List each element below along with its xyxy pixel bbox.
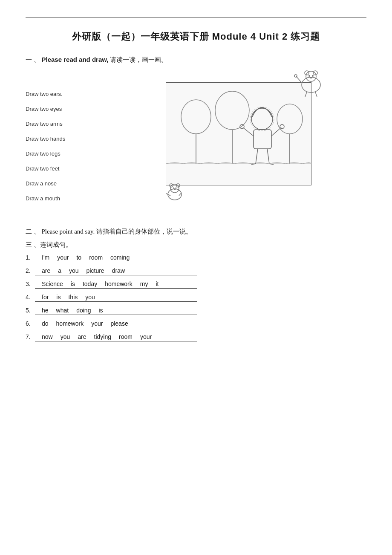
sentence-word: you <box>61 333 70 340</box>
answer-line <box>35 341 197 341</box>
draw-image-area <box>102 70 366 215</box>
sentence-row: 7.nowyouaretidyingroomyour <box>26 332 366 340</box>
svg-line-38 <box>166 194 170 196</box>
sentence-word: do <box>42 320 49 327</box>
sentence-item: 5.hewhatdoingis <box>26 305 366 315</box>
sentence-number: 1. <box>26 254 34 261</box>
svg-point-22 <box>305 71 309 75</box>
sentence-row: 2.areayoupicturedraw <box>26 266 366 274</box>
answer-line <box>35 328 197 328</box>
sentence-item: 7.nowyouaretidyingroomyour <box>26 332 366 341</box>
svg-point-25 <box>312 75 314 77</box>
sentence-word: tidying <box>94 333 111 340</box>
draw-instruction-item: Draw two hands <box>26 134 94 145</box>
section2-number: 二 <box>26 228 32 235</box>
section2-heading-cn: 请指着自己的身体部位，说一说。 <box>96 228 192 235</box>
scene-illustration <box>102 70 366 215</box>
sentence-word: my <box>140 280 148 287</box>
sentence-item: 3.Scienceistodayhomeworkmyit <box>26 279 366 289</box>
draw-instruction-item: Draw two feet <box>26 164 94 174</box>
sentence-word: now <box>42 333 53 340</box>
sentence-word: is <box>71 280 75 287</box>
draw-instructions: Draw two ears.Draw two eyesDraw two arms… <box>26 70 94 215</box>
svg-point-28 <box>294 75 297 77</box>
draw-instruction-item: Draw two legs <box>26 149 94 159</box>
sentence-number: 6. <box>26 320 34 327</box>
sentence-word: room <box>119 333 133 340</box>
section1-label: 、 <box>34 56 40 63</box>
section1-number: 一 <box>26 56 32 63</box>
section3-heading: 三 、连词成句。 <box>26 241 366 249</box>
section2-heading-en: Please point and say. <box>42 228 95 235</box>
draw-instruction-item: Draw two arms <box>26 119 94 130</box>
sentence-word: are <box>78 333 86 340</box>
svg-point-35 <box>173 188 174 189</box>
answer-line <box>35 315 197 315</box>
draw-instruction-item: Draw a mouth <box>26 194 94 204</box>
section1-heading-en: Please read and draw, <box>42 56 109 63</box>
draw-section: Draw two ears.Draw two eyesDraw two arms… <box>26 70 366 215</box>
sentence-word: your <box>57 254 69 261</box>
sentence-number: 4. <box>26 294 34 301</box>
sentence-list: 1.I'myourtoroomcoming2.areayoupicturedra… <box>26 252 366 341</box>
sentence-word: homework <box>56 320 84 327</box>
svg-point-36 <box>176 188 177 189</box>
sentence-word: please <box>110 320 128 327</box>
svg-point-23 <box>313 71 317 75</box>
section2-label: 、 <box>34 228 40 235</box>
sentence-word: homework <box>105 280 133 287</box>
sentence-row: 5.hewhatdoingis <box>26 305 366 314</box>
section2-heading: 二 、 Please point and say. 请指着自己的身体部位，说一说… <box>26 228 366 236</box>
svg-point-21 <box>306 71 316 81</box>
sentence-word: is <box>98 307 103 314</box>
sentence-item: 2.areayoupicturedraw <box>26 266 366 275</box>
draw-instruction-item: Draw two eyes <box>26 104 94 115</box>
sentence-row: 6.dohomeworkyourplease <box>26 318 366 327</box>
draw-instruction-item: Draw a nose <box>26 179 94 189</box>
sentence-word: is <box>56 294 61 301</box>
sentence-word: your <box>91 320 103 327</box>
sentence-word: what <box>56 307 69 314</box>
sentence-number: 7. <box>26 333 34 340</box>
answer-line <box>35 301 197 302</box>
sentence-row: 4.foristhisyou <box>26 292 366 301</box>
sentence-word: picture <box>86 267 104 274</box>
sentence-word: it <box>156 280 159 287</box>
section2: 二 、 Please point and say. 请指着自己的身体部位，说一说… <box>26 228 366 236</box>
sentence-word: I'm <box>42 254 49 261</box>
section1: 一 、 Please read and draw, 请读一读，画一画。 Draw… <box>26 56 366 215</box>
section3-number: 三 <box>26 241 32 248</box>
sentence-item: 4.foristhisyou <box>26 292 366 302</box>
sentence-word: you <box>69 267 79 274</box>
page-title: 外研版（一起）一年级英语下册 Module 4 Unit 2 练习题 <box>26 30 366 43</box>
svg-line-30 <box>315 92 317 97</box>
sentence-number: 2. <box>26 267 34 274</box>
sentence-word: coming <box>110 254 130 261</box>
answer-line <box>35 275 197 275</box>
sentence-word: room <box>89 254 103 261</box>
svg-point-31 <box>168 189 182 200</box>
svg-point-37 <box>174 189 176 190</box>
draw-instruction-item: Draw two ears. <box>26 89 94 100</box>
sentence-word: he <box>42 307 49 314</box>
answer-line <box>35 288 197 289</box>
section3: 三 、连词成句。 1.I'myourtoroomcoming2.areayoup… <box>26 241 366 341</box>
sentence-number: 3. <box>26 280 34 287</box>
sentence-word: doing <box>76 307 91 314</box>
sentence-word: Science <box>42 280 63 287</box>
sentence-item: 6.dohomeworkyourplease <box>26 318 366 328</box>
svg-line-27 <box>296 76 302 83</box>
sentence-item: 1.I'myourtoroomcoming <box>26 252 366 262</box>
svg-point-26 <box>310 77 312 78</box>
section3-label: 、连词成句。 <box>34 241 72 248</box>
sentence-word: a <box>58 267 61 274</box>
section1-heading-cn: 请读一读，画一画。 <box>110 56 167 63</box>
sentence-word: for <box>42 294 49 301</box>
sentence-row: 1.I'myourtoroomcoming <box>26 252 366 261</box>
svg-point-24 <box>308 75 310 77</box>
sentence-word: are <box>42 267 50 274</box>
sentence-row: 3.Scienceistodayhomeworkmyit <box>26 279 366 287</box>
section1-heading: 一 、 Please read and draw, 请读一读，画一画。 <box>26 56 366 64</box>
sentence-word: your <box>140 333 152 340</box>
sentence-word: draw <box>112 267 125 274</box>
